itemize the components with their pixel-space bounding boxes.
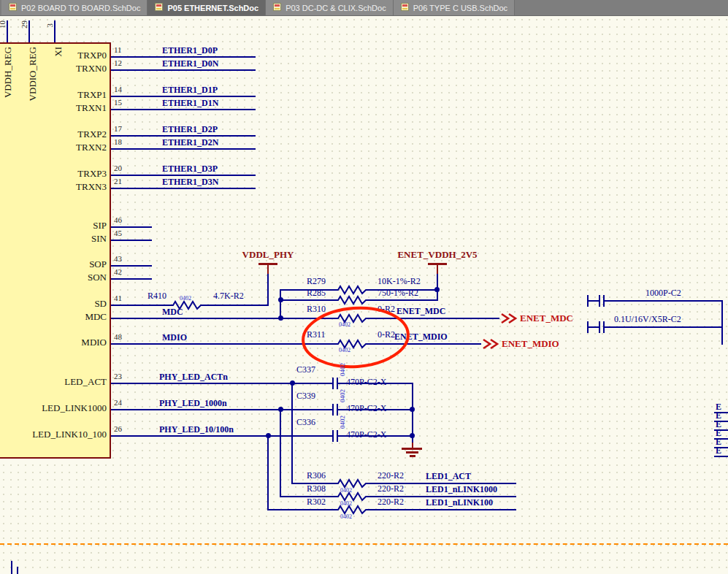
junction-dot	[410, 433, 415, 438]
designator[interactable]: R302	[307, 497, 326, 508]
tab-label: P06 TYPE C USB.SchDoc	[413, 4, 507, 12]
wire[interactable]	[111, 188, 256, 189]
designator[interactable]: C336	[296, 418, 315, 428]
net-label[interactable]: ETHER1_D0N	[162, 59, 218, 69]
wire[interactable]	[375, 299, 438, 301]
cap-plate	[599, 295, 600, 307]
comment[interactable]: 10K-1%-R2	[378, 277, 421, 287]
ground-stub	[412, 443, 413, 448]
wire[interactable]	[111, 96, 256, 97]
comment[interactable]: 1000P-C2	[645, 288, 681, 299]
net-label[interactable]: ETHER1_D3N	[162, 177, 218, 188]
comment[interactable]: 220-R2	[378, 497, 404, 508]
comment[interactable]: 470P-C2-X	[346, 378, 386, 388]
net-label[interactable]: MDIO	[162, 333, 187, 343]
wire[interactable]	[605, 300, 722, 302]
wire[interactable]	[111, 69, 256, 71]
wire[interactable]	[111, 435, 332, 437]
pin-name: TRXN0	[13, 64, 107, 74]
port-enet-mdc[interactable]: ENET_MDC	[520, 313, 573, 324]
wire[interactable]	[721, 300, 723, 345]
comment[interactable]: 220-R2	[378, 484, 404, 494]
net-label[interactable]: ETHER1_D2N	[162, 138, 218, 148]
net-label[interactable]: PHY_LED_10/100n	[159, 425, 234, 435]
comment[interactable]: 470P-C2-X	[346, 430, 386, 440]
wire[interactable]	[111, 383, 332, 384]
wire[interactable]	[111, 305, 168, 306]
wire[interactable]	[111, 135, 256, 137]
annotation-ellipse[interactable]	[299, 305, 413, 375]
designator[interactable]: R308	[307, 484, 326, 494]
wire[interactable]	[11, 561, 12, 574]
net-label[interactable]: ETHER1_D0P	[162, 46, 218, 56]
wire[interactable]	[111, 409, 332, 410]
pin-name: TRXP3	[13, 169, 107, 180]
pin-number: 29	[20, 20, 28, 28]
port-enet-mdio[interactable]: ENET_MDIO	[502, 339, 559, 350]
net-label[interactable]: LED1_nLINK1000	[426, 485, 497, 495]
comment[interactable]: 470P-C2-X	[346, 404, 386, 414]
designator[interactable]: R279	[307, 277, 326, 287]
net-label[interactable]: PHY_LED_ACTn	[159, 372, 228, 383]
wire[interactable]	[111, 148, 256, 150]
wire[interactable]	[111, 109, 256, 110]
net-label[interactable]: ETHER1_D2P	[162, 125, 218, 135]
designator[interactable]: R285	[307, 288, 326, 299]
resistor-r308[interactable]	[332, 491, 375, 502]
comment[interactable]: 220-R2	[378, 471, 404, 481]
pin-number: 10	[0, 20, 7, 28]
designator[interactable]: C339	[296, 391, 315, 402]
designator[interactable]: C337	[296, 365, 315, 375]
wire[interactable]	[111, 175, 256, 176]
wire[interactable]	[111, 265, 152, 267]
tab-p03-dcdc-clix[interactable]: P03 DC-DC & CLIX.SchDoc	[266, 0, 394, 15]
schdoc-icon	[8, 2, 18, 13]
net-label[interactable]: LED1_nLINK100	[426, 498, 493, 508]
net-label[interactable]: ETHER1_D3P	[162, 164, 218, 175]
port-arrow-icon	[481, 337, 500, 353]
ground-bar	[402, 448, 422, 450]
wire[interactable]	[111, 240, 152, 241]
wire[interactable]	[589, 300, 599, 302]
net-label[interactable]: LED1_ACT	[426, 472, 471, 482]
junction-dot	[434, 287, 440, 292]
wire[interactable]	[280, 289, 281, 319]
comment[interactable]: 0.1U/16V/X5R-C2	[614, 315, 681, 325]
net-label[interactable]: ETHER1_D1N	[162, 99, 218, 109]
wire[interactable]	[111, 226, 152, 228]
resistor-r302[interactable]	[332, 504, 375, 516]
comment[interactable]: 4.7K-R2	[213, 291, 244, 302]
pin-name: SON	[13, 272, 107, 283]
comment[interactable]: 750-1%-R2	[378, 288, 418, 299]
wire[interactable]	[111, 278, 152, 280]
wire[interactable]	[267, 435, 269, 510]
wire[interactable]	[17, 567, 18, 574]
wire[interactable]	[209, 305, 269, 306]
wire[interactable]	[589, 326, 599, 328]
cap-plate	[599, 321, 600, 333]
tab-p06-type-c-usb[interactable]: P06 TYPE C USB.SchDoc	[394, 0, 515, 15]
designator[interactable]: R306	[307, 471, 326, 481]
tab-p05-ethernet[interactable]: P05 ETHERNET.SchDoc	[147, 0, 266, 15]
resistor-r306[interactable]	[332, 478, 375, 489]
junction-dot	[410, 407, 415, 412]
tab-p02-board-to-board[interactable]: P02 BOARD TO BOARD.SchDoc	[1, 0, 147, 15]
pin-name: LED_ACT	[13, 377, 107, 388]
wire[interactable]	[267, 509, 332, 510]
port-arrow-icon	[499, 312, 518, 328]
net-label[interactable]: PHY_LED_1000n	[159, 399, 227, 409]
wire[interactable]	[280, 409, 281, 497]
wire[interactable]	[375, 509, 516, 510]
wire[interactable]	[111, 56, 256, 58]
wire[interactable]	[291, 383, 293, 484]
net-label[interactable]: ETHER1_D1P	[162, 85, 218, 96]
wire[interactable]	[267, 273, 269, 305]
wire[interactable]	[281, 299, 332, 301]
ground-bar	[410, 455, 415, 457]
wire[interactable]	[605, 326, 722, 328]
net-label[interactable]: MDC	[162, 307, 183, 318]
document-tab-bar: P02 BOARD TO BOARD.SchDoc P05 ETHERNET.S…	[0, 0, 728, 16]
designator[interactable]: R410	[147, 291, 166, 302]
net-label[interactable]: E	[716, 446, 721, 456]
ground-bar	[406, 451, 418, 454]
